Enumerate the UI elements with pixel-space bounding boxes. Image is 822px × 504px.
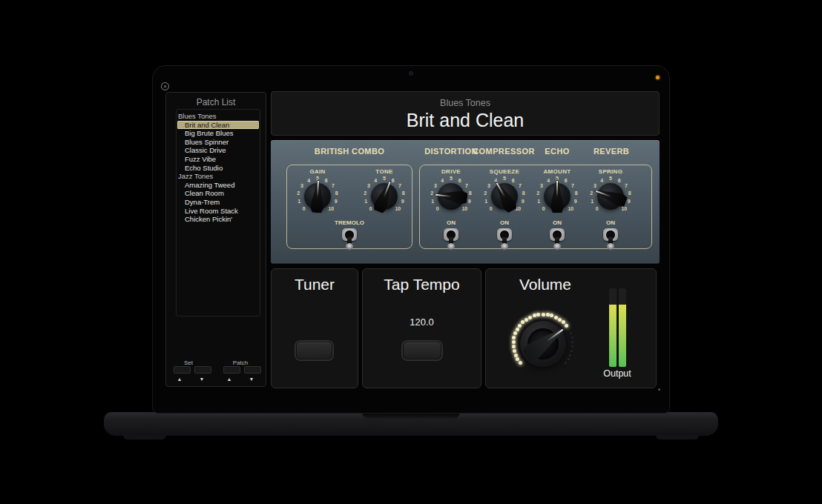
knob-scale-number: 6	[507, 178, 520, 183]
knob-scale-number: 7	[326, 183, 340, 188]
patch-up-icon[interactable]: ▲	[225, 377, 234, 382]
patch-item[interactable]: Classic Drive	[177, 146, 260, 155]
knob-scale-number: 2	[479, 190, 492, 196]
macbook-screen: × Patch List Blues TonesBrit and CleanBi…	[152, 65, 670, 414]
amp-section-title: COMPRESSOR	[473, 147, 534, 156]
knob-scale-number: 10	[564, 206, 577, 211]
tap-tempo-panel: Tap Tempo 120.0	[362, 268, 481, 388]
led-dot	[514, 354, 518, 357]
tempo-value: 120.0	[363, 316, 481, 328]
knob-scale-number: 10	[391, 206, 404, 211]
knob-scale-number: 7	[619, 183, 633, 188]
knob-scale-number: 6	[453, 178, 467, 183]
led-dot	[521, 320, 525, 324]
output-meter-right	[619, 288, 626, 367]
amp-section-title: ECHO	[545, 147, 569, 156]
led-dot	[528, 316, 532, 319]
patch-item[interactable]: Blues Spinner	[177, 138, 260, 147]
led-dot	[519, 361, 522, 365]
output-meter-left	[609, 288, 616, 367]
switch-label: ON	[535, 219, 579, 226]
led-dot	[565, 324, 568, 328]
knob-scale-number: 2	[292, 190, 305, 196]
led-dot	[570, 332, 572, 334]
amp-panel: BRITISH COMBODISTORTIONCOMPRESSORECHOREV…	[271, 140, 660, 264]
amp-section-title: DISTORTION	[424, 147, 478, 156]
knob-scale-number: 2	[531, 190, 545, 196]
switch-lever-tip	[553, 243, 561, 250]
led-dot	[542, 313, 545, 316]
patch-item[interactable]: Clean Room	[177, 189, 260, 198]
patch-button-a[interactable]	[223, 366, 240, 374]
patch-item[interactable]: Big Brute Blues	[177, 129, 260, 138]
led-dot	[536, 313, 540, 316]
knob-scale-number: 2	[358, 190, 372, 196]
knob-unit-gain: GAIN012345678910	[284, 168, 351, 251]
rubber-foot-left	[123, 435, 166, 440]
switch-label: TREMOLO	[327, 219, 372, 226]
knob-scale-number: 8	[330, 190, 343, 196]
set-up-icon[interactable]: ▲	[175, 377, 184, 382]
led-dot	[569, 354, 571, 357]
header-set-name: Blues Tones	[272, 98, 659, 108]
volume-title: Volume	[486, 276, 605, 294]
knob-scale-number: 9	[329, 199, 343, 204]
patch-item[interactable]: Chicken Pickin'	[177, 215, 260, 224]
set-button-b[interactable]	[194, 366, 211, 374]
knob-label: GAIN	[284, 168, 351, 175]
output-label: Output	[595, 368, 639, 379]
volume-panel: Volume Output	[485, 268, 657, 388]
patch-item[interactable]: Fuzz Vibe	[177, 155, 260, 164]
led-dot	[565, 362, 567, 364]
window-close-button[interactable]: ×	[161, 82, 169, 90]
patch-item[interactable]: Live Room Stack	[177, 207, 260, 216]
patch-item[interactable]: Dyna-Trem	[177, 198, 260, 207]
patch-list-title: Patch List	[166, 97, 266, 107]
patch-item[interactable]: Echo Studio	[177, 164, 260, 173]
recording-indicator-dot	[656, 76, 660, 79]
patch-item[interactable]: Brit and Clean	[177, 121, 259, 130]
patch-list-panel: Patch List Blues TonesBrit and CleanBig …	[165, 92, 266, 387]
set-button-a[interactable]	[174, 366, 191, 374]
tap-tempo-button[interactable]	[403, 342, 441, 359]
led-dot	[546, 313, 550, 316]
knob-label: SPRING	[577, 168, 644, 175]
knob-scale-number: 6	[387, 178, 400, 183]
knob-label: TONE	[351, 168, 418, 175]
led-dot	[550, 314, 553, 317]
led-dot	[571, 345, 573, 348]
knob-scale-number: 9	[396, 199, 410, 204]
resize-grip-dot[interactable]	[658, 388, 660, 391]
switch-lever-tip	[501, 243, 508, 250]
header-panel: Blues Tones Brit and Clean	[271, 91, 660, 136]
camera-icon	[410, 72, 412, 75]
led-dot	[568, 328, 570, 331]
tuner-title: Tuner	[272, 276, 358, 294]
switch-label: ON	[482, 219, 527, 226]
led-dot	[513, 349, 516, 353]
patch-label: Patch	[218, 359, 263, 366]
set-down-icon[interactable]: ▼	[197, 377, 206, 382]
scene: × Patch List Blues TonesBrit and CleanBi…	[0, 0, 822, 504]
knob-scale-number: 10	[458, 206, 471, 211]
patch-down-icon[interactable]: ▼	[247, 377, 256, 382]
patch-group-label: Blues Tones	[177, 112, 260, 121]
patch-list[interactable]: Blues TonesBrit and CleanBig Brute Blues…	[176, 109, 260, 316]
led-dot	[512, 336, 516, 339]
patch-button-b[interactable]	[244, 366, 261, 374]
header-patch-name: Brit and Clean	[272, 110, 659, 131]
macbook-base	[104, 412, 718, 436]
led-dot	[571, 341, 573, 343]
led-dot	[571, 350, 573, 352]
amp-section-title: REVERB	[594, 147, 629, 156]
amp-section-title: BRITISH COMBO	[315, 147, 384, 156]
switch-lever-tip	[447, 243, 455, 250]
led-dot	[512, 340, 516, 344]
tuner-button[interactable]	[296, 342, 332, 359]
switch-lever-tip	[346, 243, 353, 250]
patch-item[interactable]: Amazing Tweed	[177, 181, 260, 190]
knob-scale-number: 6	[613, 178, 626, 183]
knob-unit-tone: TONE012345678910	[351, 168, 418, 251]
switch-label: ON	[588, 219, 633, 226]
led-dot	[516, 328, 519, 331]
